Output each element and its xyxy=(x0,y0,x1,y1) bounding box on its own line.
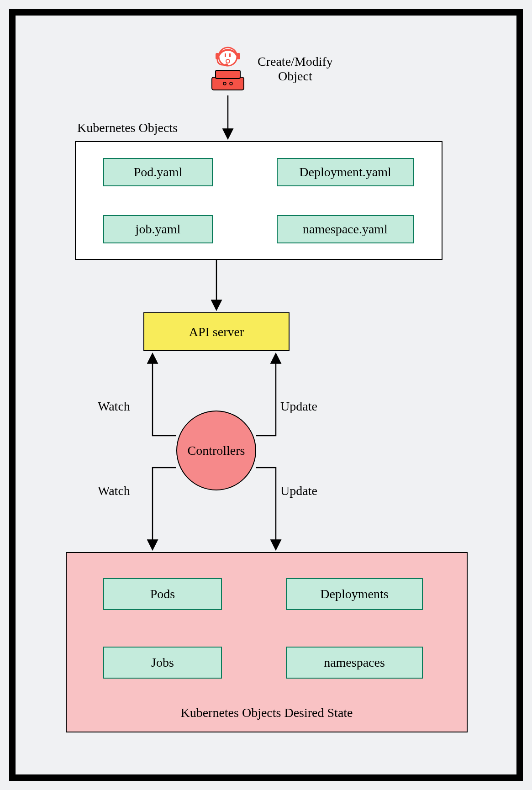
svg-rect-9 xyxy=(229,53,231,57)
tile-namespaces: namespaces xyxy=(286,647,423,679)
tile-namespace: namespace.yaml xyxy=(277,215,414,243)
svg-rect-8 xyxy=(225,53,226,57)
edge-update-down: Update xyxy=(280,484,317,498)
desired-state-box: Pods Deployments Jobs namespaces Kuberne… xyxy=(66,552,468,732)
tile-pod: Pod.yaml xyxy=(103,158,213,186)
edge-update-up: Update xyxy=(280,399,317,414)
svg-rect-5 xyxy=(216,53,219,59)
user-icon xyxy=(207,38,248,93)
svg-rect-1 xyxy=(216,70,240,79)
tile-jobs: Jobs xyxy=(103,647,222,679)
controllers-node: Controllers xyxy=(176,411,256,490)
edge-watch-down: Watch xyxy=(98,484,130,498)
tile-deployment: Deployment.yaml xyxy=(277,158,414,186)
tile-deployments: Deployments xyxy=(286,578,423,610)
desired-state-title: Kubernetes Objects Desired State xyxy=(67,706,467,720)
objects-box: Pod.yaml Deployment.yaml job.yaml namesp… xyxy=(75,141,442,260)
objects-title: Kubernetes Objects xyxy=(77,121,178,135)
edge-watch-up: Watch xyxy=(98,399,130,414)
svg-point-7 xyxy=(225,63,228,66)
api-server-box: API server xyxy=(143,312,290,351)
tile-pods: Pods xyxy=(103,578,222,610)
user-action-label: Create/Modify Object xyxy=(258,54,333,84)
diagram-frame: Create/Modify Object Kubernetes Objects … xyxy=(9,9,523,781)
tile-job: job.yaml xyxy=(103,215,213,243)
svg-rect-6 xyxy=(237,53,240,59)
svg-rect-0 xyxy=(212,77,244,90)
